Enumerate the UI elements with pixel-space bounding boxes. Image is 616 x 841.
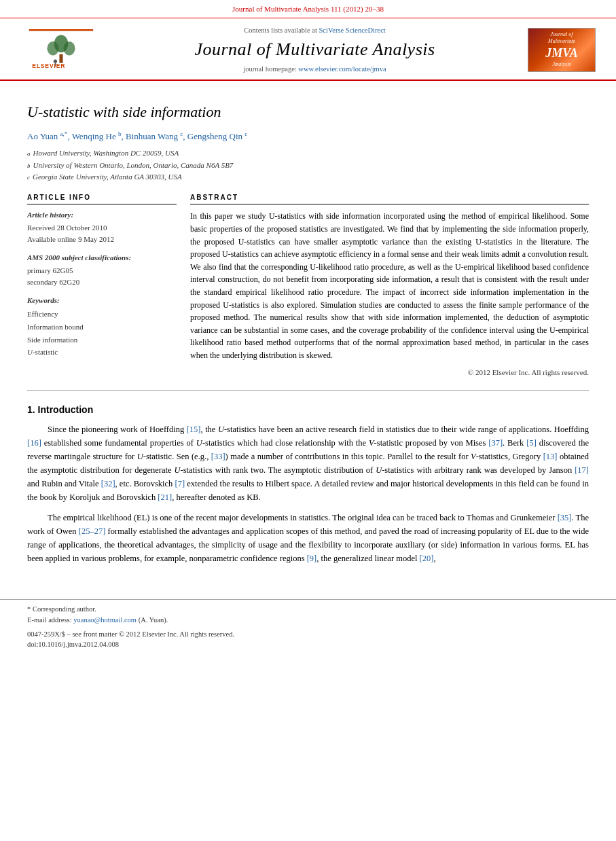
keywords-list: Efficiency Information bound Side inform… bbox=[27, 308, 177, 359]
jmva-logo-text: Journal of Multivariate JMVA Analysis bbox=[545, 31, 578, 69]
abstract-text: In this paper we study U-statistics with… bbox=[190, 210, 589, 361]
introduction-heading: 1. Introduction bbox=[27, 403, 589, 416]
footer-section: * Corresponding author. E-mail address: … bbox=[0, 599, 616, 657]
elsevier-logo-area: ELSEVIER bbox=[20, 29, 102, 70]
intro-paragraph-2: The empirical likelihood (EL) is one of … bbox=[27, 511, 589, 565]
main-content: U-statistic with side information Ao Yua… bbox=[0, 81, 616, 586]
corresponding-author-note: * Corresponding author. bbox=[27, 604, 589, 615]
journal-homepage: journal homepage: www.elsevier.com/locat… bbox=[102, 64, 528, 74]
svg-text:ELSEVIER: ELSEVIER bbox=[32, 62, 65, 69]
svg-point-3 bbox=[47, 41, 58, 56]
received-date: Received 28 October 2010 bbox=[27, 222, 177, 234]
ams-classifications: AMS 2000 subject classifications: primar… bbox=[27, 253, 177, 287]
elsevier-logo-icon: ELSEVIER bbox=[24, 29, 98, 70]
section-divider bbox=[27, 390, 589, 391]
sciverse-link[interactable]: SciVerse ScienceDirect bbox=[319, 26, 385, 34]
affiliations: aHoward University, Washington DC 20059,… bbox=[27, 147, 589, 183]
article-info-label: Article Info bbox=[27, 193, 177, 205]
sciverse-line: Contents lists available at SciVerse Sci… bbox=[102, 25, 528, 35]
keyword-side-info: Side information bbox=[27, 334, 177, 346]
jmva-logo: Journal of Multivariate JMVA Analysis bbox=[528, 28, 596, 72]
intro-paragraph-1: Since the pioneering work of Hoeffding [… bbox=[27, 423, 589, 504]
article-title: U-statistic with side information bbox=[27, 101, 589, 123]
copyright-line: © 2012 Elsevier Inc. All rights reserved… bbox=[190, 368, 589, 378]
affiliation-b: bUniversity of Western Ontario, London, … bbox=[27, 160, 589, 172]
journal-citation: Journal of Multivariate Analysis 111 (20… bbox=[232, 5, 384, 13]
abstract-col: ABSTRACT In this paper we study U-statis… bbox=[190, 193, 589, 378]
article-history: Article history: Received 28 October 201… bbox=[27, 210, 177, 245]
email-note: E-mail address: yuanao@hotmail.com (A. Y… bbox=[27, 615, 589, 626]
secondary-class: secondary 62G20 bbox=[27, 276, 177, 288]
keyword-info-bound: Information bound bbox=[27, 321, 177, 334]
header-section: ELSEVIER Contents lists available at Sci… bbox=[0, 18, 616, 81]
primary-class: primary 62G05 bbox=[27, 265, 177, 276]
abstract-label: ABSTRACT bbox=[190, 193, 589, 205]
article-info-col: Article Info Article history: Received 2… bbox=[27, 193, 177, 378]
doi-text: doi:10.1016/j.jmva.2012.04.008 bbox=[27, 639, 589, 649]
header-center: Contents lists available at SciVerse Sci… bbox=[102, 25, 528, 74]
affiliation-a: aHoward University, Washington DC 20059,… bbox=[27, 147, 589, 160]
keywords-section: Keywords: Efficiency Information bound S… bbox=[27, 296, 177, 359]
available-date: Available online 9 May 2012 bbox=[27, 234, 177, 245]
page: Journal of Multivariate Analysis 111 (20… bbox=[0, 0, 616, 841]
two-column-section: Article Info Article history: Received 2… bbox=[27, 193, 589, 378]
email-link[interactable]: yuanao@hotmail.com bbox=[73, 616, 137, 624]
authors-line: Ao Yuan a,*, Wenqing He b, Binhuan Wang … bbox=[27, 130, 589, 143]
journal-bar: Journal of Multivariate Analysis 111 (20… bbox=[0, 0, 616, 18]
affiliation-c: cGeorgia State University, Atlanta GA 30… bbox=[27, 171, 589, 183]
svg-rect-1 bbox=[29, 29, 93, 31]
license-text: 0047-259X/$ – see front matter © 2012 El… bbox=[27, 629, 589, 639]
journal-title: Journal of Multivariate Analysis bbox=[102, 37, 528, 62]
svg-rect-5 bbox=[59, 54, 62, 63]
footer-divider-area: 0047-259X/$ – see front matter © 2012 El… bbox=[27, 629, 589, 649]
homepage-link[interactable]: www.elsevier.com/locate/jmva bbox=[298, 65, 386, 73]
keyword-u-statistic: U-statistic bbox=[27, 346, 177, 359]
keyword-efficiency: Efficiency bbox=[27, 308, 177, 321]
svg-point-4 bbox=[63, 41, 75, 56]
